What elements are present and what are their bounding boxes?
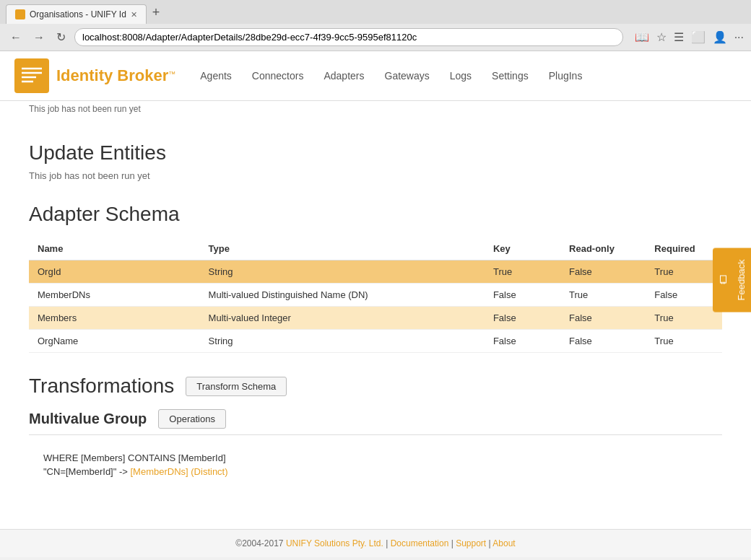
tab-favicon (15, 9, 25, 19)
transform-schema-button[interactable]: Transform Schema (186, 377, 287, 396)
cell-readonly: False (560, 261, 646, 284)
footer-about-link[interactable]: About (492, 538, 515, 548)
feedback-icon: 🗒 (717, 274, 730, 286)
nav-agents[interactable]: Agents (190, 56, 242, 96)
operations-button[interactable]: Operations (158, 409, 226, 429)
address-bar: ← → ↻ 📖 ☆ ☰ ⬜ 👤 ··· (0, 24, 751, 51)
logo-image (14, 58, 49, 93)
menu-icon[interactable]: ☰ (674, 30, 684, 44)
col-header-required: Required (646, 237, 722, 261)
feedback-label: Feedback (736, 259, 747, 300)
reader-view-icon[interactable]: 📖 (635, 30, 649, 44)
cell-name: OrgName (29, 330, 200, 353)
update-entities-title: Update Entities (29, 141, 722, 165)
address-input[interactable] (74, 28, 623, 46)
table-row: MemberDNs Multi-valued Distinguished Nam… (29, 284, 722, 307)
back-button[interactable]: ← (7, 30, 25, 45)
multivalue-title: Multivalue Group (29, 411, 147, 427)
table-row: Members Multi-valued Integer False False… (29, 307, 722, 330)
cell-key: False (485, 307, 560, 330)
tab-bar: Organisations - UNIFY Id ✕ + (0, 0, 751, 24)
footer-company-link[interactable]: UNIFY Solutions Pty. Ltd. (286, 538, 383, 548)
navbar: Identity Broker™ Agents Connectors Adapt… (0, 51, 751, 101)
footer-support-link[interactable]: Support (456, 538, 486, 548)
nav-gateways[interactable]: Gateways (375, 56, 440, 96)
nav-connectors[interactable]: Connectors (242, 56, 314, 96)
more-icon[interactable]: ··· (734, 31, 744, 44)
browser-chrome: Organisations - UNIFY Id ✕ + ← → ↻ 📖 ☆ ☰… (0, 0, 751, 51)
forward-button[interactable]: → (30, 30, 48, 45)
cell-key: True (485, 261, 560, 284)
condition-line-1: WHERE [Members] CONTAINS [MemberId] (43, 452, 708, 463)
svg-rect-0 (19, 63, 45, 89)
cell-name: Members (29, 307, 200, 330)
browser-tab[interactable]: Organisations - UNIFY Id ✕ (6, 4, 147, 24)
multivalue-header: Multivalue Group Operations (29, 409, 722, 435)
transformations-title: Transformations (29, 375, 174, 398)
footer-docs-link[interactable]: Documentation (391, 538, 449, 548)
cell-type: Multi-valued Distinguished Name (DN) (200, 284, 485, 307)
logo-area: Identity Broker™ (14, 51, 175, 100)
cell-type: String (200, 330, 485, 353)
reload-button[interactable]: ↻ (53, 29, 69, 45)
col-header-readonly: Read-only (560, 237, 646, 261)
cell-name: MemberDNs (29, 284, 200, 307)
profile-icon[interactable]: 👤 (713, 30, 727, 44)
update-entities-subtitle: This job has not been run yet (29, 170, 722, 181)
cell-type: String (200, 261, 485, 284)
transformations-header: Transformations Transform Schema (29, 375, 722, 398)
table-row: OrgName String False False True (29, 330, 722, 353)
adapter-schema-title: Adapter Schema (29, 203, 722, 226)
cell-type: Multi-valued Integer (200, 307, 485, 330)
logo-text: Identity Broker™ (56, 66, 175, 85)
cell-readonly: False (560, 330, 646, 353)
nav-plugins[interactable]: PlugIns (539, 56, 593, 96)
tab-title: Organisations - UNIFY Id (30, 9, 126, 19)
cell-readonly: True (560, 284, 646, 307)
col-header-name: Name (29, 237, 200, 261)
cell-key: False (485, 330, 560, 353)
feedback-tab[interactable]: 🗒 Feedback (713, 248, 751, 312)
cell-required: True (646, 307, 722, 330)
table-row: OrgId String True False True (29, 261, 722, 284)
cell-readonly: False (560, 307, 646, 330)
nav-settings[interactable]: Settings (482, 56, 539, 96)
app-container: Identity Broker™ Agents Connectors Adapt… (0, 51, 751, 557)
cell-required: False (646, 284, 722, 307)
footer-copyright: ©2004-2017 (235, 538, 283, 548)
bookmark-icon[interactable]: ☆ (656, 30, 667, 44)
top-notice: This job has not been run yet (0, 101, 751, 120)
condition-prefix: "CN=[MemberId]" -> (43, 466, 131, 477)
page-footer: ©2004-2017 UNIFY Solutions Pty. Ltd. | D… (0, 529, 751, 557)
cell-required: True (646, 261, 722, 284)
schema-table: Name Type Key Read-only Required OrgId S… (29, 237, 722, 353)
condition-block: WHERE [Members] CONTAINS [MemberId] "CN=… (29, 447, 722, 486)
nav-adapters[interactable]: Adapters (313, 56, 374, 96)
share-icon[interactable]: ⬜ (691, 30, 706, 44)
new-tab-button[interactable]: + (147, 5, 166, 20)
condition-line-2: "CN=[MemberId]" -> [MemberDNs] (Distinct… (43, 466, 708, 477)
cell-required: True (646, 330, 722, 353)
main-content: Update Entities This job has not been ru… (0, 120, 751, 529)
condition-link[interactable]: [MemberDNs] (Distinct) (131, 466, 228, 477)
browser-icons: 📖 ☆ ☰ ⬜ 👤 ··· (635, 30, 744, 44)
cell-name: OrgId (29, 261, 200, 284)
cell-key: False (485, 284, 560, 307)
col-header-key: Key (485, 237, 560, 261)
nav-items: Agents Connectors Adapters Gateways Logs… (190, 56, 592, 96)
nav-logs[interactable]: Logs (440, 56, 482, 96)
tab-close-button[interactable]: ✕ (131, 10, 137, 19)
col-header-type: Type (200, 237, 485, 261)
multivalue-group: Multivalue Group Operations WHERE [Membe… (29, 409, 722, 486)
